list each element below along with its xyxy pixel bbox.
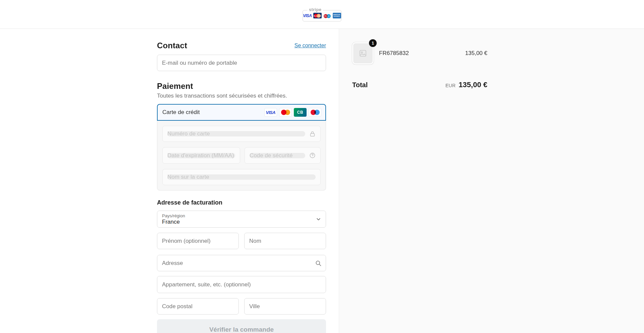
postal-code-input[interactable] (157, 298, 239, 315)
country-value: France (162, 219, 316, 225)
product-name: FR6785832 (379, 50, 465, 57)
product-thumbnail: 1 (352, 42, 374, 64)
postal-city-row (157, 298, 326, 315)
cvc-placeholder: Code de sécurité (250, 152, 293, 159)
email-field-wrap (157, 55, 326, 71)
cvc-field[interactable]: Code de sécurité (245, 147, 321, 164)
visa-logo-icon: VISA (303, 13, 312, 18)
expiry-skeleton: Date d'expiration (MM/AA) (167, 153, 235, 158)
city-input[interactable] (244, 298, 326, 315)
country-select[interactable]: Pays/région France (157, 211, 326, 228)
maestro-blue-circle (314, 110, 320, 115)
checkout-form: Contact Se connecter Paiement Toutes les… (157, 29, 326, 333)
login-link[interactable]: Se connecter (294, 43, 326, 49)
total-label: Total (352, 81, 368, 89)
payment-method-credit-card[interactable]: Carte de crédit VISA CB (157, 104, 326, 121)
product-price: 135,00 € (465, 50, 487, 57)
maestro-logo-icon: Maestro (323, 13, 331, 18)
payment-method-label: Carte de crédit (162, 109, 264, 116)
expiry-field[interactable]: Date d'expiration (MM/AA) (162, 147, 240, 164)
cardholder-name-field[interactable]: Nom sur la carte (162, 169, 321, 185)
apartment-input[interactable] (157, 276, 326, 293)
cartes-bancaires-badge-icon: CB (294, 108, 307, 117)
card-fields-section: Numéro de carte Date d'expiration (MM/AA… (157, 121, 326, 190)
cardholder-skeleton: Nom sur la carte (167, 174, 316, 180)
help-circle-icon (309, 152, 316, 159)
stripe-brand-label: stripe (307, 7, 323, 12)
visa-badge-icon: VISA (264, 108, 277, 117)
apartment-field-wrap (157, 276, 326, 293)
order-item-row: 1 FR6785832 135,00 € (352, 42, 487, 64)
image-placeholder-icon (359, 49, 367, 57)
quantity-badge: 1 (369, 39, 377, 47)
mastercard-badge-icon (279, 108, 292, 117)
card-number-skeleton: Numéro de carte (167, 131, 305, 136)
amex-logo-icon: AMERICAN EXPRESS (333, 13, 341, 18)
card-number-field[interactable]: Numéro de carte (162, 126, 321, 142)
contact-title: Contact (157, 41, 187, 50)
order-summary-panel: 1 FR6785832 135,00 € Total EUR 135,00 € (339, 29, 644, 333)
name-fields-row (157, 233, 326, 249)
card-number-placeholder: Numéro de carte (167, 130, 210, 137)
email-input[interactable] (157, 55, 326, 71)
last-name-input[interactable] (244, 233, 326, 249)
payment-subtitle: Toutes les transactions sont sécurisées … (157, 93, 326, 99)
total-amount: EUR 135,00 € (445, 80, 487, 89)
cardholder-placeholder: Nom sur la carte (167, 174, 209, 180)
mastercard-orange-circle (285, 110, 290, 115)
review-order-button[interactable]: Vérifier la commande (157, 319, 326, 333)
stripe-test-badge: stripe VISA MasterCard Maestro AMERICAN … (303, 10, 341, 21)
expiry-placeholder: Date d'expiration (MM/AA) (167, 152, 234, 159)
address-input[interactable] (157, 255, 326, 271)
payment-title: Paiement (157, 81, 326, 91)
card-brand-icons: VISA CB (264, 108, 321, 117)
country-select-texts: Pays/région France (162, 213, 316, 225)
total-value: 135,00 € (459, 80, 487, 89)
expiry-cvc-row: Date d'expiration (MM/AA) Code de sécuri… (162, 147, 321, 164)
currency-code: EUR (445, 83, 455, 88)
cvc-skeleton: Code de sécurité (250, 153, 305, 158)
chevron-down-icon (316, 217, 321, 222)
first-name-input[interactable] (157, 233, 239, 249)
checkout-page: stripe VISA MasterCard Maestro AMERICAN … (0, 0, 644, 333)
maestro-badge-icon (309, 108, 321, 117)
lock-icon (309, 131, 316, 137)
billing-title: Adresse de facturation (157, 199, 326, 206)
amex-label: AMERICAN EXPRESS (333, 14, 341, 17)
country-label: Pays/région (162, 213, 316, 218)
order-total-row: Total EUR 135,00 € (352, 80, 487, 89)
header: stripe VISA MasterCard Maestro AMERICAN … (0, 0, 644, 29)
mastercard-label: MasterCard (313, 15, 322, 16)
contact-header-row: Contact Se connecter (157, 41, 326, 50)
address-field-wrap (157, 255, 326, 271)
maestro-label: Maestro (323, 15, 331, 16)
payment-method-box: Carte de crédit VISA CB Numéro d (157, 104, 326, 190)
search-icon (315, 260, 322, 267)
mastercard-logo-icon: MasterCard (313, 13, 322, 18)
